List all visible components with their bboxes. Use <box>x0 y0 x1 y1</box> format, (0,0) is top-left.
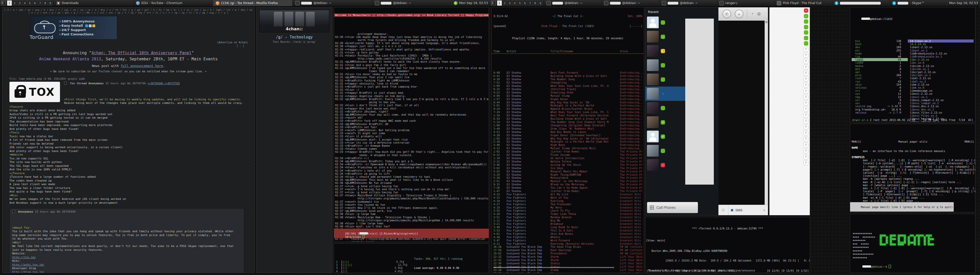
emoticon-icon[interactable]: ☺ <box>718 205 729 215</box>
contact-row[interactable] <box>646 144 691 158</box>
shell-prompt[interactable]: @debian:~$ <box>853 261 891 271</box>
dir-row[interactable]: root? <box>852 77 908 80</box>
chat-scrollbar[interactable] <box>765 21 768 205</box>
contact-row[interactable] <box>646 15 691 30</box>
dir-row[interactable]: vmlinuz-> 2.7 M <box>852 111 908 114</box>
track-row[interactable]: 4:39 DJ Shadow The Number Song Endtroduc… <box>493 77 642 81</box>
track-row[interactable]: 7:52 DJ Shadow Changeling Endtroducing..… <box>493 81 642 84</box>
track-row[interactable]: 29:02 Godspeed You Black Emp Providence … <box>493 252 642 255</box>
file-row[interactable]: libcidn.so.1 <box>908 68 974 71</box>
post-backlinks[interactable]: >>36756946 >>36757592 <box>148 82 180 85</box>
workspace-button[interactable]: 4 <box>22 0 27 6</box>
post-checkbox[interactable] <box>64 82 67 85</box>
file-row[interactable]: libBrokenLocale.so.1 <box>908 55 974 58</box>
dir-row[interactable]: bin138 <box>852 40 908 43</box>
torrent-name[interactable]: Doctor.Who.2005.S06.720p.BluRay.x264-SHO… <box>646 248 810 252</box>
track-row[interactable]: 5:46 DJ Shadow Giving Up the Ghost The P… <box>493 163 642 166</box>
call-phones-button[interactable]: Call Phones <box>647 202 698 213</box>
track-row[interactable]: 4:29 DJ Shadow Right Thing/GDMFSOB The P… <box>493 173 642 177</box>
dir-row[interactable]: opt1 <box>852 71 908 74</box>
dir-row[interactable]: media2 <box>852 65 908 68</box>
file-row[interactable]: libnss_dns-2.13.so <box>908 105 974 108</box>
file-row[interactable]: libnss_files.so.2 <box>908 114 974 117</box>
workspace-button[interactable]: 1 <box>7 0 12 6</box>
track-row[interactable]: 5:55 DJ Shadow Mongrel Meets His Maker T… <box>493 170 642 173</box>
contact-row[interactable] <box>646 101 691 115</box>
htop-terminal-window[interactable]: 1 [|||| 9.7%]2 [|||||| 12.7%]3 [||| 5.9%… <box>334 243 489 273</box>
dir-row[interactable]: boot5 <box>852 43 908 46</box>
track-row[interactable]: 2:21 DJ Shadow Walkie Talkie The Private… <box>493 160 642 163</box>
taskbar-window-terminal[interactable]: @debian: ~ <box>544 0 601 6</box>
taskbar-window-skype-main[interactable]: S - Skype™ <box>889 0 947 6</box>
dir-row[interactable]: initrd.img-> 9.98 M <box>852 105 908 108</box>
search-icon[interactable]: ⌕ <box>763 207 765 213</box>
collapse-ad-link[interactable]: [ - ] <box>2 44 255 47</box>
track-row[interactable]: 4:11 Foo Fighters Everlong (Acoustic Ver… <box>493 242 642 245</box>
contact-row[interactable]: − <box>646 158 691 172</box>
ranger-window[interactable]: @debian:/lib32 bin138 boot5 dev169 etc25… <box>850 7 975 122</box>
file-row[interactable]: libnsl-2.13.so <box>908 92 974 95</box>
workspace-button[interactable]: 7 <box>528 0 532 6</box>
track-row[interactable]: 3:47 Foo Fighters Word Forward Greatest … <box>493 239 642 242</box>
workspace-button[interactable]: 4 <box>512 0 517 6</box>
playlist-tracks[interactable]: 0:48 DJ Shadow Best Foot Forward Endtrod… <box>492 62 644 273</box>
file-row[interactable]: libanl.so.1 <box>908 49 974 52</box>
file-row[interactable]: libnss_files-2.13.so <box>908 111 974 114</box>
workspace-button[interactable]: 3 <box>18 0 22 6</box>
file-row[interactable]: libnss_dns.so.2 <box>908 108 974 111</box>
workspace-button[interactable]: 9 <box>48 0 52 6</box>
track-row[interactable]: 1:05 DJ Shadow Why Hip Hop Sucks in '96 … <box>493 137 642 140</box>
file-row[interactable]: ld-2.13.so <box>908 43 974 46</box>
track-row[interactable]: 0:48 DJ Shadow Best Foot Forward Endtrod… <box>493 71 642 74</box>
dir-row[interactable]: var11 <box>852 101 908 105</box>
file-row[interactable]: libBrokenLocale-2.13.so <box>908 52 974 55</box>
track-row[interactable]: 4:10 Foo Fighters Everlong Greatest Hits <box>493 199 642 203</box>
track-row[interactable]: 9:24 DJ Shadow Napalm Brain/Scatter Brai… <box>493 107 642 111</box>
taskbar-window-terminal[interactable]: @debian: ~ <box>293 0 372 6</box>
file-row[interactable]: libcidn-2.13.so <box>908 65 974 68</box>
file-row[interactable]: libcrypt-2.13.so <box>908 71 974 74</box>
contact-row[interactable]: ✓ <box>646 130 691 144</box>
file-row[interactable]: libdl.so.2 <box>908 80 974 83</box>
file-row[interactable]: ld-linux.so.2 <box>908 40 974 43</box>
search-input[interactable]: SMS <box>729 208 763 212</box>
track-row[interactable]: 4:12 DJ Shadow Mutual Slump [Alternate M… <box>493 147 642 150</box>
file-row[interactable]: libc-2.13.so <box>908 58 974 61</box>
track-row[interactable]: 4:15 Foo Fighters Best of You Greatest H… <box>493 196 642 199</box>
post-number[interactable]: No.36756766 <box>127 82 146 85</box>
youtube-channel-link[interactable]: YouTube channel <box>99 70 123 73</box>
cmus-window[interactable]: 3:31/4:42 ─┤ The Final Cut ├─ Vol: 100% … <box>492 7 644 273</box>
track-row[interactable]: 9:22 DJ Shadow Stem/Long Stem Endtroduci… <box>493 91 642 94</box>
add-participant-button[interactable]: + <box>735 9 743 18</box>
track-row[interactable]: 1:16 DJ Shadow Best Foot Forward [Altern… <box>493 114 642 117</box>
track-row[interactable]: 3:51 Foo Fighters Monkey Wrench Greatest… <box>493 216 642 219</box>
workspace-button[interactable]: 2 <box>502 0 507 6</box>
workspace-button[interactable]: 1 <box>497 0 502 6</box>
file-row[interactable]: libanl-2.13.so <box>908 46 974 49</box>
track-row[interactable]: 5:09 DJ Shadow What Does Your Soul Look … <box>493 84 642 88</box>
dir-row[interactable]: etc255 <box>852 49 908 52</box>
contact-row[interactable]: → <box>646 30 691 44</box>
dir-row[interactable]: dev169 <box>852 46 908 49</box>
taskbar-window-terminal[interactable]: @debian: ~ <box>372 0 452 6</box>
workspace-button[interactable]: 5 <box>27 0 32 6</box>
dir-row[interactable]: lib40 <box>852 55 908 58</box>
post-checkbox[interactable] <box>12 210 15 213</box>
track-row[interactable]: 3:49 DJ Shadow Stem [Cops 'N' Robbers Mi… <box>493 127 642 130</box>
workspace-button[interactable]: 7 <box>38 0 42 6</box>
contact-row[interactable]: ☾ <box>646 44 691 58</box>
track-row[interactable]: 4:27 Foo Fighters The Pretender Greatest… <box>493 203 642 206</box>
contact-row[interactable] <box>646 58 691 72</box>
track-row[interactable]: 4:02 Foo Fighters Skin And Bones Greates… <box>493 232 642 235</box>
taskbar-window-skype-chat[interactable]: S <box>832 0 889 6</box>
history-icon[interactable]: ◔ <box>751 11 753 17</box>
track-row[interactable]: 0:44 DJ Shadow Why Hip Hop Sucks in '96 … <box>493 101 642 104</box>
scroll-up-icon[interactable] <box>765 21 767 23</box>
track-row[interactable]: 9:15 DJ Shadow Blood on the Motorway The… <box>493 183 642 186</box>
taskbar-window-terminal[interactable]: @debian: ~ <box>601 0 659 6</box>
track-row[interactable]: 7:26 DJ Shadow You Can't Go Home Again T… <box>493 186 642 190</box>
track-row[interactable]: 4:19 Foo Fighters My Hero Greatest Hits <box>493 206 642 209</box>
irc-input-line[interactable]: [#/g/sicp] <box>334 232 489 242</box>
file-row[interactable]: libnss_compat.so.2 <box>908 101 974 105</box>
workspace-button[interactable]: 9 <box>538 0 542 6</box>
